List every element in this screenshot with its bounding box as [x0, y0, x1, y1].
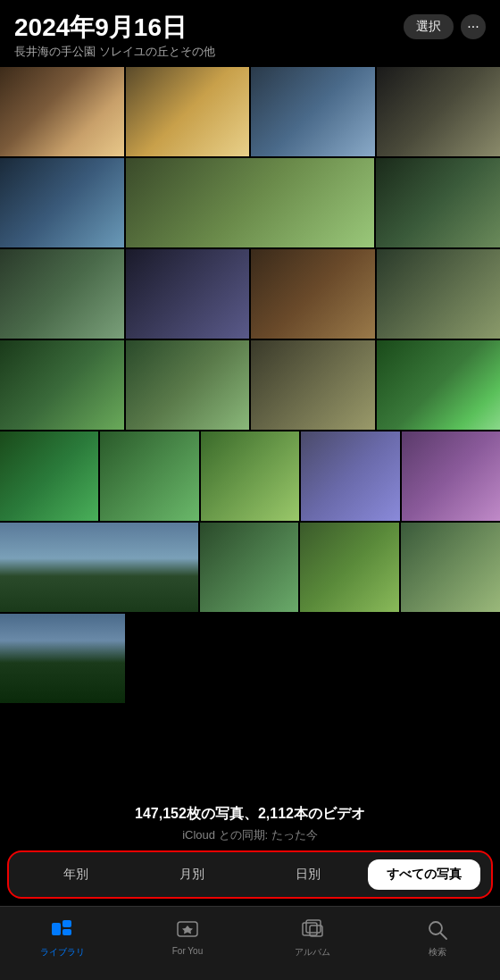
tab-year[interactable]: 年別: [20, 859, 132, 890]
header: 2024年9月16日 長井海の手公園 ソレイユの丘とその他 選択 ···: [0, 0, 500, 67]
photo-cell[interactable]: [0, 249, 124, 339]
photo-cell[interactable]: [201, 431, 299, 521]
header-actions: 選択 ···: [404, 14, 486, 39]
photo-cell[interactable]: [200, 523, 299, 612]
nav-album[interactable]: アルバム: [250, 914, 375, 962]
more-button[interactable]: ···: [461, 14, 486, 39]
grid-row-6: [0, 523, 500, 612]
search-icon: [425, 917, 450, 942]
svg-line-8: [441, 934, 447, 940]
photo-cell[interactable]: [0, 614, 125, 703]
nav-album-label: アルバム: [295, 946, 330, 959]
photo-cell[interactable]: [126, 340, 250, 430]
grid-row-1: [0, 67, 500, 156]
footer-info: 147,152枚の写真、2,112本のビデオ iCloud との同期: たった今: [0, 791, 500, 850]
tab-all[interactable]: すべての写真: [368, 859, 480, 890]
photo-cell[interactable]: [251, 249, 375, 339]
nav-search-label: 検索: [429, 946, 446, 959]
photo-count: 147,152枚の写真、2,112本のビデオ: [14, 805, 486, 824]
photo-cell[interactable]: [0, 523, 198, 612]
photo-cell[interactable]: [401, 523, 500, 612]
nav-foryou-label: For You: [172, 946, 203, 956]
photo-cell[interactable]: [377, 249, 501, 339]
photo-cell[interactable]: [126, 67, 250, 156]
view-tabs: 年別 月別 日別 すべての写真: [7, 850, 493, 899]
photo-cell[interactable]: [251, 67, 375, 156]
photo-cell[interactable]: [301, 431, 399, 521]
photo-cell[interactable]: [0, 431, 98, 521]
photo-cell[interactable]: [126, 158, 374, 247]
photo-cell[interactable]: [377, 340, 501, 430]
sync-status: iCloud との同期: たった今: [14, 827, 486, 843]
svg-rect-2: [62, 929, 71, 935]
grid-row-7: [0, 614, 500, 703]
photo-cell[interactable]: [0, 340, 124, 430]
photo-cell[interactable]: [376, 158, 500, 247]
album-icon: [300, 917, 325, 942]
foryou-icon: [175, 917, 200, 942]
svg-rect-0: [52, 923, 61, 935]
photo-cell[interactable]: [402, 431, 500, 521]
more-dots-icon: ···: [467, 19, 479, 35]
svg-rect-1: [62, 920, 71, 927]
nav-library[interactable]: ライブラリ: [0, 914, 125, 962]
photo-cell[interactable]: [0, 158, 124, 247]
nav-foryou[interactable]: For You: [125, 914, 250, 962]
grid-row-4: [0, 340, 500, 430]
photo-cell[interactable]: [377, 67, 501, 156]
svg-rect-5: [306, 920, 321, 933]
nav-library-label: ライブラリ: [40, 946, 85, 959]
photo-cell[interactable]: [300, 523, 399, 612]
photo-cell[interactable]: [100, 431, 198, 521]
select-button[interactable]: 選択: [404, 14, 454, 39]
grid-row-5: [0, 431, 500, 521]
library-icon: [50, 917, 75, 942]
photo-cell[interactable]: [126, 249, 250, 339]
grid-row-3: [0, 249, 500, 339]
photo-cell: [127, 614, 501, 703]
photo-cell[interactable]: [251, 340, 375, 430]
screen: 2024年9月16日 長井海の手公園 ソレイユの丘とその他 選択 ···: [0, 0, 500, 980]
bottom-nav: ライブラリ For You アルバム: [0, 906, 500, 980]
tab-day[interactable]: 日別: [252, 859, 364, 890]
photo-grid: [0, 67, 500, 791]
header-subtitle: 長井海の手公園 ソレイユの丘とその他: [14, 44, 486, 60]
photo-cell[interactable]: [0, 67, 124, 156]
nav-search[interactable]: 検索: [375, 914, 500, 962]
grid-row-2: [0, 158, 500, 247]
tab-month[interactable]: 月別: [136, 859, 248, 890]
